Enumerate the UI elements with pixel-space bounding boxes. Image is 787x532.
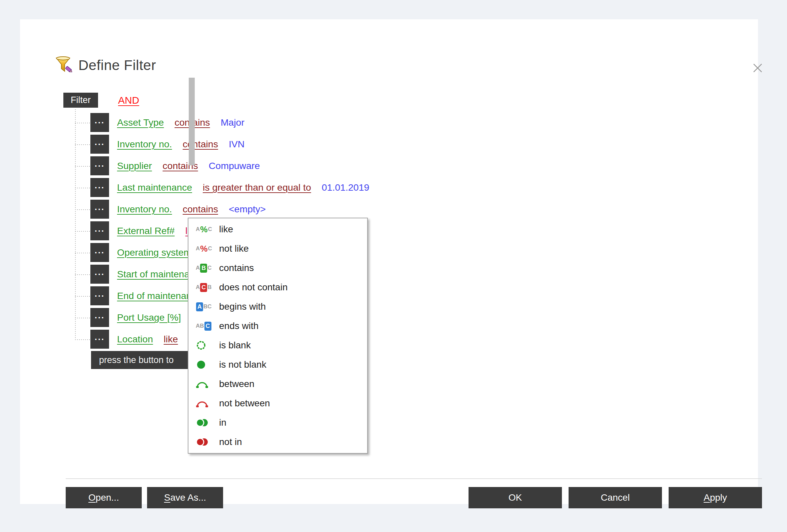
contains-icon: ABC bbox=[196, 264, 214, 273]
define-filter-dialog: Define Filter Filter AND ...Asset Typeco… bbox=[20, 19, 758, 504]
filter-condition-row: ...Locationlike bbox=[90, 330, 178, 349]
condition-operator-link[interactable]: like bbox=[164, 334, 178, 345]
condition-field-link[interactable]: Asset Type bbox=[117, 117, 164, 128]
filter-condition-row: ...Inventory no.containsIVN bbox=[90, 135, 244, 154]
condition-field-link[interactable]: Inventory no. bbox=[117, 204, 172, 215]
condition-field-link[interactable]: Location bbox=[117, 334, 153, 345]
condition-options-button[interactable]: ... bbox=[90, 113, 109, 132]
filter-root-label[interactable]: Filter bbox=[63, 93, 98, 108]
tree-connector-line bbox=[75, 109, 76, 339]
add-condition-hint: press the button to bbox=[91, 351, 201, 369]
filter-condition-row: ...Operating system bbox=[90, 243, 191, 262]
operator-menu-item[interactable]: ACBdoes not contain bbox=[188, 278, 367, 297]
condition-options-button[interactable]: ... bbox=[90, 178, 109, 197]
condition-options-button[interactable]: ... bbox=[90, 330, 109, 349]
operator-menu-item[interactable]: ABCcontains bbox=[188, 258, 367, 278]
tree-branch-line bbox=[75, 253, 90, 253]
operator-menu-item-label: ends with bbox=[219, 321, 258, 331]
condition-value-link[interactable]: Major bbox=[221, 117, 244, 128]
operator-menu-item[interactable]: not between bbox=[188, 394, 367, 413]
operator-menu-item[interactable]: ABCends with bbox=[188, 316, 367, 336]
operator-menu-item[interactable]: A%Clike bbox=[188, 220, 367, 239]
not-between-icon bbox=[196, 399, 214, 408]
tree-branch-line bbox=[75, 339, 90, 340]
condition-operator-link[interactable]: contains bbox=[183, 139, 218, 150]
is-blank-icon bbox=[196, 340, 214, 351]
cancel-button[interactable]: Cancel bbox=[569, 487, 662, 508]
condition-options-button[interactable]: ... bbox=[90, 286, 109, 305]
operator-menu-item-label: contains bbox=[219, 263, 254, 273]
operator-menu-item[interactable]: is blank bbox=[188, 336, 367, 355]
condition-options-button[interactable]: ... bbox=[90, 156, 109, 175]
condition-value-link[interactable]: 01.01.2019 bbox=[322, 182, 369, 193]
operator-menu-item[interactable]: is not blank bbox=[188, 355, 367, 374]
filter-condition-row: ...External Ref#like bbox=[90, 221, 199, 240]
condition-field-link[interactable]: Inventory no. bbox=[117, 139, 172, 150]
operator-menu-item-label: not like bbox=[219, 243, 249, 254]
condition-options-button[interactable]: ... bbox=[90, 243, 109, 262]
condition-field-link[interactable]: Supplier bbox=[117, 160, 152, 171]
filter-root-node: Filter AND bbox=[63, 93, 139, 108]
operator-menu-item-label: is not blank bbox=[219, 359, 267, 370]
dialog-titlebar: Define Filter bbox=[55, 56, 156, 75]
filter-edit-icon bbox=[55, 56, 72, 75]
operator-menu-item-label: in bbox=[219, 417, 227, 428]
tree-branch-line bbox=[75, 188, 90, 189]
operator-dropdown-menu: A%ClikeA%Cnot likeABCcontainsACBdoes not… bbox=[188, 218, 368, 454]
condition-value-link[interactable]: IVN bbox=[229, 139, 245, 150]
condition-field-link[interactable]: Port Usage [%] bbox=[117, 312, 181, 323]
tree-branch-line bbox=[75, 123, 90, 123]
does-not-contain-icon: ACB bbox=[196, 283, 214, 292]
operator-menu-item[interactable]: between bbox=[188, 374, 367, 394]
operator-menu-item[interactable]: ABCbegins with bbox=[188, 297, 367, 316]
operator-menu-item-label: like bbox=[219, 224, 233, 235]
tree-branch-line bbox=[75, 296, 90, 297]
condition-value-link[interactable]: Compuware bbox=[209, 160, 260, 171]
save-as-button[interactable]: Save As... bbox=[147, 487, 223, 508]
operator-menu-item-label: begins with bbox=[219, 301, 266, 312]
filter-condition-row: ...Asset TypecontainsMajor bbox=[90, 113, 244, 132]
condition-options-button[interactable]: ... bbox=[90, 135, 109, 154]
operator-menu-item[interactable]: in bbox=[188, 413, 367, 432]
condition-field-link[interactable]: Operating system bbox=[117, 247, 191, 258]
begins-with-icon: ABC bbox=[196, 302, 214, 311]
condition-value-link[interactable]: <empty> bbox=[229, 204, 266, 215]
group-operator-link[interactable]: AND bbox=[118, 95, 139, 106]
ends-with-icon: ABC bbox=[196, 322, 214, 331]
tree-branch-line bbox=[75, 166, 90, 167]
ok-button[interactable]: OK bbox=[469, 487, 562, 508]
tree-branch-line bbox=[75, 209, 90, 210]
condition-options-button[interactable]: ... bbox=[90, 221, 109, 240]
footer-divider bbox=[66, 478, 762, 479]
operator-menu-item[interactable]: not in bbox=[188, 432, 367, 452]
apply-button[interactable]: Apply bbox=[668, 487, 762, 508]
is-not-blank-icon bbox=[196, 359, 214, 370]
filter-condition-row: ...Inventory no.contains<empty> bbox=[90, 200, 266, 219]
condition-field-link[interactable]: Last maintenance bbox=[117, 182, 192, 193]
tree-branch-line bbox=[75, 144, 90, 145]
condition-options-button[interactable]: ... bbox=[90, 265, 109, 284]
condition-options-button[interactable]: ... bbox=[90, 200, 109, 219]
close-icon[interactable] bbox=[750, 60, 766, 76]
open-button[interactable]: Open... bbox=[66, 487, 142, 508]
tree-branch-line bbox=[75, 318, 90, 318]
between-icon bbox=[196, 379, 214, 389]
like-icon: A%C bbox=[196, 225, 214, 234]
dialog-title: Define Filter bbox=[78, 57, 156, 73]
in-icon bbox=[196, 418, 214, 428]
not-like-icon: A%C bbox=[196, 244, 214, 254]
operator-menu-item-label: not in bbox=[219, 437, 242, 447]
dropdown-scrollbar-thumb[interactable] bbox=[189, 77, 195, 165]
condition-options-button[interactable]: ... bbox=[90, 308, 109, 327]
not-in-icon bbox=[196, 437, 214, 447]
condition-operator-link[interactable]: contains bbox=[183, 204, 218, 215]
filter-condition-row: ...Last maintenanceis greater than or eq… bbox=[90, 178, 369, 197]
filter-condition-row: ...SuppliercontainsCompuware bbox=[90, 156, 260, 175]
condition-operator-link[interactable]: is greater than or equal to bbox=[203, 182, 311, 193]
operator-menu-item-label: does not contain bbox=[219, 282, 288, 293]
operator-menu-item[interactable]: A%Cnot like bbox=[188, 239, 367, 258]
condition-field-link[interactable]: External Ref# bbox=[117, 225, 175, 236]
operator-menu-item-label: not between bbox=[219, 398, 270, 409]
filter-condition-row: ...End of maintenance bbox=[90, 286, 202, 305]
tree-branch-line bbox=[75, 231, 90, 232]
